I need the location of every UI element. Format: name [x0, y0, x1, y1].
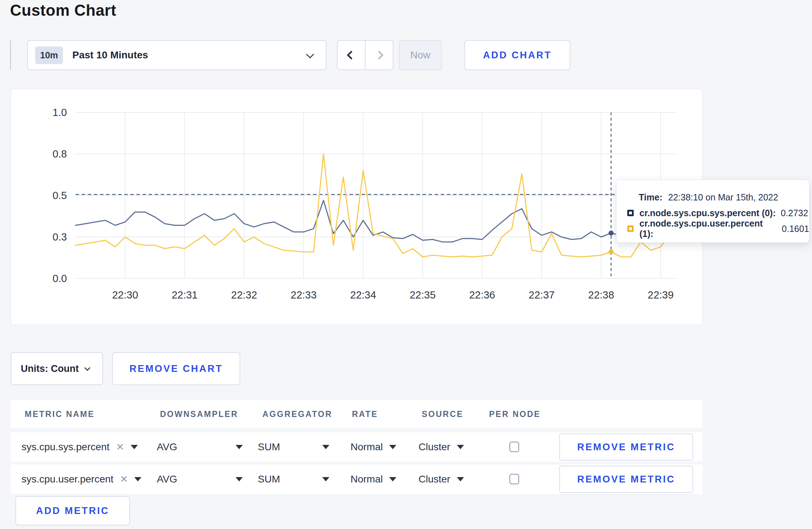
- source-select[interactable]: Cluster: [419, 432, 464, 462]
- x-axis-label: 22:39: [648, 289, 674, 301]
- custom-chart-page: Custom Chart 10m Past 10 Minutes Now ADD…: [0, 0, 812, 529]
- rate-value: Normal: [351, 441, 383, 453]
- column-header: DOWNSAMPLER: [160, 409, 238, 419]
- x-axis-label: 22:31: [171, 289, 198, 301]
- dropdown-arrow-icon: [131, 445, 138, 449]
- rate-select[interactable]: Normal: [351, 432, 396, 462]
- now-button[interactable]: Now: [399, 40, 442, 70]
- dropdown-arrow-icon: [322, 445, 329, 449]
- chevron-down-icon: [306, 50, 314, 59]
- metric-row: sys.cpu.sys.percent ✕ AVG SUM Normal Clu…: [11, 432, 702, 462]
- dropdown-arrow-icon: [322, 477, 329, 481]
- units-select[interactable]: Units: Count: [11, 352, 103, 385]
- aggregator-select[interactable]: SUM: [258, 465, 329, 494]
- dropdown-arrow-icon: [236, 477, 243, 481]
- series-line: [76, 154, 671, 257]
- remove-metric-button[interactable]: REMOVE METRIC: [559, 466, 693, 493]
- rate-select[interactable]: Normal: [351, 465, 396, 494]
- clear-metric-icon[interactable]: ✕: [116, 441, 124, 453]
- tooltip-time-label: Time:: [639, 192, 662, 203]
- x-axis-label: 22:32: [231, 289, 257, 301]
- time-range-label: Past 10 Minutes: [72, 49, 148, 61]
- column-header: RATE: [352, 409, 378, 419]
- dropdown-arrow-icon: [457, 477, 464, 481]
- toolbar-divider: [10, 40, 11, 70]
- source-value: Cluster: [419, 441, 450, 453]
- column-header: PER NODE: [489, 409, 541, 419]
- series-line: [76, 200, 671, 242]
- aggregator-value: SUM: [258, 474, 280, 485]
- metrics-table-header: METRIC NAME DOWNSAMPLER AGGREGATOR RATE …: [11, 400, 702, 428]
- dropdown-arrow-icon: [457, 445, 464, 449]
- chevron-down-icon: [84, 365, 90, 371]
- time-range-badge: 10m: [35, 47, 63, 64]
- metric-name-select[interactable]: sys.cpu.sys.percent ✕: [21, 432, 138, 462]
- downsampler-select[interactable]: AVG: [157, 432, 243, 462]
- next-time-button[interactable]: [365, 41, 393, 69]
- metric-name-value: sys.cpu.user.percent: [21, 474, 113, 485]
- tooltip-series-value: 0.2732: [781, 208, 808, 218]
- time-range-select[interactable]: 10m Past 10 Minutes: [27, 40, 327, 70]
- dropdown-arrow-icon: [389, 477, 396, 481]
- chevron-right-icon: [374, 50, 383, 59]
- x-axis-label: 22:34: [350, 289, 376, 301]
- tooltip-series-label: cr.node.sys.cpu.user.percent (1):: [639, 218, 777, 239]
- remove-chart-button[interactable]: REMOVE CHART: [112, 352, 240, 385]
- dropdown-arrow-icon: [134, 477, 141, 481]
- chevron-left-icon: [347, 50, 356, 59]
- source-select[interactable]: Cluster: [419, 465, 464, 494]
- downsampler-value: AVG: [157, 441, 177, 453]
- y-axis-label: 1.0: [53, 107, 67, 118]
- x-axis-label: 22:33: [291, 289, 317, 301]
- y-axis-label: 0.5: [53, 190, 67, 201]
- rate-value: Normal: [351, 474, 383, 485]
- metric-row: sys.cpu.user.percent ✕ AVG SUM Normal Cl…: [11, 465, 702, 494]
- hover-point-dot: [609, 230, 614, 236]
- aggregator-select[interactable]: SUM: [258, 432, 329, 462]
- chart-tooltip: Time: 22:38:10 on Mar 15th, 2022 cr.node…: [616, 180, 809, 243]
- per-node-checkbox[interactable]: [509, 474, 519, 484]
- add-chart-button[interactable]: ADD CHART: [464, 40, 570, 70]
- x-axis-label: 22:30: [112, 289, 138, 301]
- metric-name-value: sys.cpu.sys.percent: [21, 441, 110, 453]
- tooltip-series-label: cr.node.sys.cpu.sys.percent (0):: [639, 208, 776, 218]
- aggregator-value: SUM: [258, 441, 280, 453]
- prev-time-button[interactable]: [338, 41, 365, 69]
- sys-series-swatch-icon: [627, 210, 634, 216]
- tooltip-series-value: 0.1601: [782, 224, 809, 234]
- add-metric-button[interactable]: ADD METRIC: [15, 496, 130, 525]
- x-axis-label: 22:36: [469, 289, 495, 301]
- clear-metric-icon[interactable]: ✕: [120, 474, 128, 485]
- x-axis-label: 22:38: [588, 289, 614, 301]
- y-axis-label: 0.8: [53, 148, 67, 160]
- x-axis-label: 22:37: [529, 289, 555, 301]
- dropdown-arrow-icon: [236, 445, 243, 449]
- x-axis-label: 22:35: [410, 289, 436, 301]
- source-value: Cluster: [419, 474, 450, 485]
- chart-card: 0.00.30.50.81.022:3022:3122:3222:3322:34…: [11, 89, 702, 325]
- per-node-checkbox[interactable]: [509, 442, 519, 452]
- downsampler-select[interactable]: AVG: [157, 465, 243, 494]
- user-series-swatch-icon: [627, 225, 634, 232]
- page-title: Custom Chart: [10, 1, 116, 19]
- y-axis-label: 0.0: [53, 273, 67, 284]
- y-axis-label: 0.3: [53, 231, 67, 243]
- remove-metric-button[interactable]: REMOVE METRIC: [559, 433, 693, 461]
- column-header: AGGREGATOR: [262, 409, 332, 419]
- tooltip-time-value: 22:38:10 on Mar 15th, 2022: [668, 192, 778, 203]
- time-nav-group: [337, 40, 393, 70]
- metric-name-select[interactable]: sys.cpu.user.percent ✕: [21, 465, 141, 494]
- column-header: SOURCE: [422, 409, 463, 419]
- timeseries-chart[interactable]: 0.00.30.50.81.022:3022:3122:3222:3322:34…: [11, 89, 702, 325]
- column-header: METRIC NAME: [25, 409, 95, 419]
- downsampler-value: AVG: [157, 474, 177, 485]
- units-label: Units: Count: [21, 363, 79, 374]
- hover-point-dot: [609, 249, 614, 254]
- dropdown-arrow-icon: [389, 445, 396, 449]
